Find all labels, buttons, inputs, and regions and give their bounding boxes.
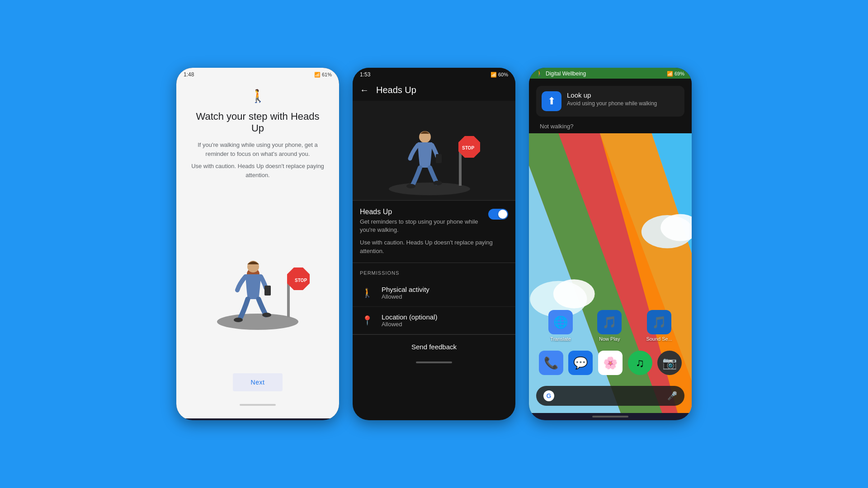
phone-frame-2: 1:53 📶 60% ← Heads Up STOP <box>353 68 515 420</box>
back-button[interactable]: ← <box>360 85 369 95</box>
battery-2: 60% <box>498 72 508 77</box>
photos-icon: 🌸 <box>598 351 623 375</box>
svg-point-8 <box>262 313 271 317</box>
camera-app[interactable]: 📷 <box>657 351 682 377</box>
phone2-header-title: Heads Up <box>376 85 416 95</box>
arrow-up-icon: ⬆ <box>547 95 556 107</box>
svg-point-15 <box>406 184 415 188</box>
physical-activity-permission: 🚶 Physical activity Allowed <box>353 279 515 307</box>
notification-title: Look up <box>567 91 657 99</box>
spotify-icon: ♫ <box>628 351 652 375</box>
walker-status-icon: 🚶 <box>536 70 543 77</box>
now-playing-icon: 🎵 <box>597 310 622 334</box>
wifi-icon-2: 📶 <box>491 72 497 78</box>
location-title: Location (optional) <box>382 313 437 321</box>
phone1-subtitle: If you're walking while using your phone… <box>190 141 326 158</box>
app-row-2: 📞 💬 🌸 ♫ <box>536 351 684 377</box>
home-indicator-1 <box>240 404 276 406</box>
svg-point-23 <box>553 279 595 308</box>
next-button[interactable]: Next <box>233 373 283 391</box>
physical-activity-info: Physical activity Allowed <box>382 286 429 300</box>
setting-caution: Use with caution. Heads Up doesn't repla… <box>360 239 508 255</box>
heads-up-illustration-1: STOP <box>199 231 316 331</box>
walker-icon: 🚶 <box>250 89 266 103</box>
home-wallpaper: 🌐 Translate 🎵 Now Play 🎵 Sound Se... <box>529 133 692 413</box>
now-playing-app[interactable]: 🎵 Now Play <box>597 310 622 342</box>
status-icons-2: 📶 60% <box>491 72 508 78</box>
spotify-app[interactable]: ♫ <box>628 351 652 377</box>
digital-wellbeing-label: Digital Wellbeing <box>546 70 586 77</box>
app-grid: 🌐 Translate 🎵 Now Play 🎵 Sound Se... <box>529 310 692 377</box>
translate-label: Translate <box>550 336 571 342</box>
messages-app[interactable]: 💬 <box>568 351 593 377</box>
svg-point-7 <box>234 318 243 322</box>
camera-icon: 📷 <box>657 351 682 375</box>
svg-point-16 <box>433 181 442 185</box>
physical-activity-title: Physical activity <box>382 286 429 293</box>
phone-app[interactable]: 📞 <box>539 351 563 377</box>
setting-row: Heads Up Get reminders to stop using you… <box>360 208 508 234</box>
location-info: Location (optional) Allowed <box>382 313 437 328</box>
home-indicator-2 <box>416 361 452 363</box>
heads-up-toggle[interactable] <box>488 209 508 220</box>
svg-point-0 <box>217 314 298 330</box>
send-feedback-button[interactable]: Send feedback <box>353 335 515 359</box>
setting-desc: Get reminders to stop using your phone w… <box>360 218 488 234</box>
status-bar-2: 1:53 📶 60% <box>353 68 515 80</box>
notification-subtitle: Avoid using your phone while walking <box>567 100 657 107</box>
time-1: 1:48 <box>184 71 194 78</box>
phone1-caution: Use with caution. Heads Up doesn't repla… <box>190 162 326 179</box>
physical-activity-status: Allowed <box>382 293 429 300</box>
phone1-content: 🚶 Watch your step with Heads Up If you'r… <box>176 80 339 418</box>
phone-frame-3: 🚶 Digital Wellbeing 📶 69% ⬆ Look up Avoi… <box>529 68 692 420</box>
permissions-label: PERMISSIONS <box>353 263 515 279</box>
photos-app[interactable]: 🌸 <box>598 351 623 377</box>
location-permission: 📍 Location (optional) Allowed <box>353 307 515 334</box>
phone1-title: Watch your step with Heads Up <box>190 111 326 134</box>
illustration-container-1: STOP <box>190 188 326 373</box>
sound-search-label: Sound Se... <box>646 336 672 342</box>
messages-icon: 💬 <box>568 351 593 375</box>
battery-1: 61% <box>322 72 332 77</box>
google-mic-icon[interactable]: 🎤 <box>667 391 677 401</box>
phone2-header: ← Heads Up <box>353 80 515 101</box>
physical-activity-icon: 🚶 <box>360 287 374 298</box>
sim-icon: 📶 <box>314 72 321 78</box>
translate-app[interactable]: 🌐 Translate <box>548 310 573 342</box>
svg-rect-6 <box>264 286 271 296</box>
svg-point-9 <box>389 183 470 195</box>
now-playing-label: Now Play <box>599 336 620 342</box>
status-bar-1: 1:48 📶 61% <box>176 68 339 80</box>
status-icons-1: 📶 61% <box>314 72 332 78</box>
look-up-notification[interactable]: ⬆ Look up Avoid using your phone while w… <box>536 86 684 117</box>
google-g-icon: G <box>543 390 554 401</box>
svg-rect-14 <box>436 154 442 163</box>
time-2: 1:53 <box>360 71 370 78</box>
sound-search-icon: 🎵 <box>647 310 671 334</box>
status-bar-3: 🚶 Digital Wellbeing 📶 69% <box>529 68 692 79</box>
heads-up-setting: Heads Up Get reminders to stop using you… <box>353 201 515 263</box>
location-icon: 📍 <box>360 315 374 326</box>
svg-text:STOP: STOP <box>462 145 474 150</box>
not-walking-button[interactable]: Not walking? <box>533 120 688 131</box>
location-status: Allowed <box>382 321 437 328</box>
phone-frame-1: 1:48 📶 61% 🚶 Watch your step with Heads … <box>176 68 339 420</box>
notification-icon-box: ⬆ <box>542 91 561 111</box>
heads-up-illustration-2: STOP <box>353 101 515 200</box>
status-icons-3: 📶 69% <box>667 71 684 77</box>
sound-search-app[interactable]: 🎵 Sound Se... <box>646 310 672 342</box>
translate-icon: 🌐 <box>548 310 573 334</box>
notification-content: Look up Avoid using your phone while wal… <box>567 91 657 107</box>
app-row-1: 🌐 Translate 🎵 Now Play 🎵 Sound Se... <box>536 310 684 342</box>
setting-info: Heads Up Get reminders to stop using you… <box>360 208 488 234</box>
google-search-bar[interactable]: G 🎤 <box>536 386 684 406</box>
svg-text:STOP: STOP <box>295 278 307 283</box>
phone-icon: 📞 <box>539 351 563 375</box>
battery-3: 69% <box>675 71 684 76</box>
signal-icon-3: 📶 <box>667 71 673 77</box>
home-indicator-3 <box>592 416 628 418</box>
setting-title: Heads Up <box>360 208 488 216</box>
